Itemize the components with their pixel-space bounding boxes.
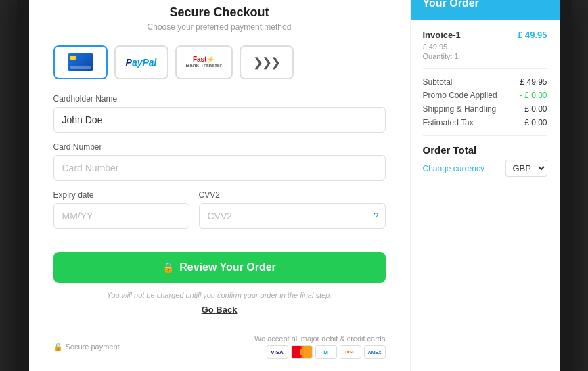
lock-icon: 🔒 [162, 262, 174, 273]
payment-methods: PayPal Fast⚡ Bank Transfer ❯❯❯ [53, 45, 386, 79]
card-chip [70, 56, 76, 60]
subtotal-value: £ 49.95 [520, 77, 547, 87]
go-back-link[interactable]: Go Back [53, 305, 386, 315]
checkout-form-area: Secure Checkout Choose your preferred pa… [29, 0, 411, 371]
visa-logo: VISA [267, 345, 288, 359]
secure-payment-text: Secure payment [66, 343, 120, 351]
secure-payment-label: 🔒 Secure payment [53, 343, 120, 351]
expiry-label: Expiry date [53, 190, 189, 200]
promo-label: Promo Code Applied [423, 91, 497, 100]
divider-1 [423, 68, 547, 69]
maestro-logo: M [315, 345, 337, 359]
lock-footer-icon: 🔒 [53, 343, 63, 351]
tax-value: £ 0.00 [524, 118, 547, 127]
secure-footer: 🔒 Secure payment We accept all major deb… [53, 326, 386, 359]
laptop-frame: Secure Checkout Choose your preferred pa… [17, 0, 572, 371]
page-subtitle: Choose your preferred payment method [53, 22, 386, 32]
card-icon [68, 53, 93, 71]
sidebar-header: Your Order [411, 0, 560, 20]
card-number-input[interactable] [53, 155, 386, 181]
expiry-group: Expiry date [53, 190, 189, 238]
invoice-name: Invoice-1 [423, 30, 461, 40]
divider-2 [423, 135, 547, 136]
expiry-input[interactable] [53, 203, 189, 229]
cardholder-label: Cardholder Name [53, 94, 386, 104]
expiry-cvv-row: Expiry date CVV2 ? [53, 190, 386, 238]
order-summary-sidebar: Your Order Invoice-1 £ 49.95 £ 49.95 Qua… [411, 0, 560, 371]
card-logos: VISA M DISC AMEX [267, 345, 386, 359]
shipping-value: £ 0.00 [524, 104, 547, 114]
cardholder-input[interactable] [53, 107, 386, 133]
svg-point-1 [300, 347, 309, 357]
not-charged-notice: You will not be charged untill you confi… [53, 291, 386, 299]
payment-option-fast-bank[interactable]: Fast⚡ Bank Transfer [175, 45, 233, 79]
arrows-icon: ❯❯❯ [253, 55, 279, 70]
accept-text: We accept all major debit & credit cards [254, 334, 386, 343]
amex-logo: AMEX [364, 345, 386, 359]
tax-row: Estimated Tax £ 0.00 [423, 118, 547, 127]
cvv-input[interactable] [199, 203, 386, 229]
payment-option-card[interactable] [53, 45, 108, 79]
review-button-label: Review Your Order [179, 261, 276, 274]
fast-bank-logo: Fast⚡ Bank Transfer [186, 56, 222, 69]
payment-option-other[interactable]: ❯❯❯ [240, 45, 294, 79]
sidebar-body: Invoice-1 £ 49.95 £ 49.95 Quantity: 1 Su… [411, 20, 560, 186]
order-total-label: Order Total [423, 144, 547, 156]
shipping-label: Shipping & Handling [423, 104, 497, 114]
invoice-amount: £ 49.95 [423, 43, 547, 51]
invoice-quantity: Quantity: 1 [423, 52, 547, 60]
currency-select[interactable]: GBP USD EUR [505, 160, 547, 177]
promo-row: Promo Code Applied - £ 0.00 [423, 91, 547, 100]
your-order-title: Your Order [423, 0, 479, 9]
shipping-row: Shipping & Handling £ 0.00 [423, 104, 547, 114]
invoice-row: Invoice-1 £ 49.95 [423, 30, 547, 40]
card-number-label: Card Number [53, 142, 386, 152]
review-button[interactable]: 🔒 Review Your Order [53, 252, 386, 283]
screen: Secure Checkout Choose your preferred pa… [29, 0, 560, 371]
subtotal-label: Subtotal [423, 77, 453, 87]
promo-value: - £ 0.00 [520, 91, 547, 100]
currency-row: Change currency GBP USD EUR [423, 160, 547, 177]
subtotal-row: Subtotal £ 49.95 [423, 77, 547, 87]
mastercard-logo [291, 345, 313, 359]
card-stripe [70, 66, 91, 69]
payment-option-paypal[interactable]: PayPal [114, 45, 168, 79]
change-currency-link[interactable]: Change currency [423, 164, 484, 173]
paypal-logo: PayPal [126, 57, 157, 68]
tax-label: Estimated Tax [423, 118, 474, 127]
discover-logo: DISC [340, 345, 361, 359]
accept-cards-section: We accept all major debit & credit cards… [254, 334, 386, 359]
invoice-price: £ 49.95 [518, 30, 547, 40]
mc-svg [292, 347, 311, 357]
cvv-label: CVV2 [199, 190, 386, 200]
page-title: Secure Checkout [53, 5, 386, 20]
cvv-help-icon[interactable]: ? [374, 211, 379, 221]
cvv-group: CVV2 ? [199, 190, 386, 238]
